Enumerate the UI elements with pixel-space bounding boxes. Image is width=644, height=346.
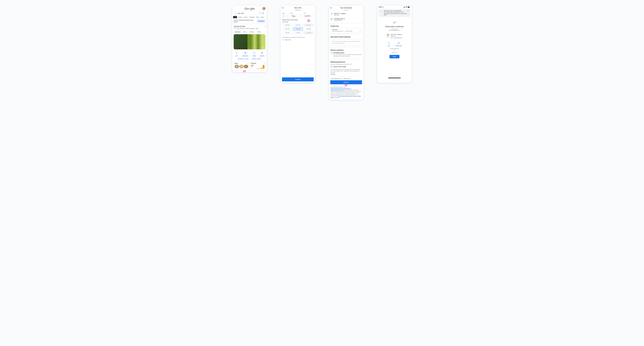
partnership-note: In partnership with <box>377 47 412 49</box>
more-options-icon[interactable] <box>265 26 266 27</box>
contact-card[interactable]: John Doe johndoe12@gmail.com + 1 458-849… <box>330 28 362 33</box>
rwg-tos-link[interactable]: Reserve with Google Terms of Service <box>330 88 349 89</box>
time-slot[interactable]: 5:45 PM <box>293 23 303 27</box>
screen-reservation-details: Your reservation Olio e Più Party of 2 ·… <box>329 5 364 100</box>
tab-videos[interactable]: Videos <box>243 16 248 18</box>
svg-point-5 <box>265 26 265 27</box>
tab-images[interactable]: Images <box>238 16 243 18</box>
table-time-icon <box>394 49 395 51</box>
time-slot[interactable]: 6:45 PM <box>304 27 314 30</box>
signal-icon <box>404 6 405 8</box>
share-icon <box>254 52 255 54</box>
time-slot[interactable]: 5:30 PM <box>282 23 292 27</box>
svg-point-6 <box>265 27 265 27</box>
agree-text: By continuing you agree to the Reserve w… <box>329 86 364 100</box>
svg-rect-20 <box>405 7 405 7</box>
time-slot[interactable]: 6:15 PM <box>282 27 292 30</box>
call-action[interactable]: CALL <box>387 41 391 46</box>
partner-name: Table Time <box>285 39 291 40</box>
kp-tab-photos[interactable]: Photos <box>256 31 262 33</box>
cancellation-policy: Cancellation policy If you can't make it… <box>329 52 364 58</box>
see-more-link[interactable]: See more <box>330 73 336 75</box>
reviews-card[interactable]: Reviews› 4.6 ★(6K) 12345 <box>250 62 266 70</box>
special-request-input[interactable]: Please enter any special requests (note … <box>330 39 362 46</box>
lens-icon[interactable] <box>262 12 264 14</box>
time-select[interactable]: 6:30 PM▼ <box>304 14 314 18</box>
kp-tab-menu[interactable]: Menu <box>242 31 248 33</box>
partner-name: Table Time <box>344 78 350 79</box>
svg-point-8 <box>254 53 254 53</box>
done-button[interactable]: Done <box>390 55 400 58</box>
time-slot-disabled: 6:00 PM <box>304 23 314 27</box>
location-arrow-icon <box>382 6 383 8</box>
menu-card[interactable]: Menu› <box>234 62 249 70</box>
tab-shopping[interactable]: Shopping <box>249 16 255 18</box>
party-select[interactable]: 2▼ <box>282 14 289 18</box>
svg-rect-23 <box>410 7 410 7</box>
back-icon[interactable] <box>282 7 284 9</box>
search-bar[interactable]: olio e piu <box>234 11 266 15</box>
confirm-actions: CALL DIRECTIONS <box>377 39 412 47</box>
svg-point-2 <box>263 13 263 13</box>
status-bar: 5:27 <box>377 5 412 9</box>
screen-confirmation: 5:27 Table Time | Olio e Più Reservation… <box>377 5 412 83</box>
home-indicator[interactable] <box>388 78 401 78</box>
svg-point-0 <box>236 13 236 14</box>
tab-all[interactable]: All <box>233 16 237 18</box>
chevron-right-icon: ▸ <box>360 30 360 31</box>
reserve-button[interactable]: Reserve <box>330 80 362 84</box>
page-title: Your reservation <box>333 7 359 9</box>
gmail-icon <box>380 10 383 13</box>
phone-icon <box>388 42 390 44</box>
continue-button[interactable]: Continue <box>282 77 314 81</box>
marketing-header: Marketing preferences <box>329 60 364 64</box>
svg-point-25 <box>395 50 395 50</box>
svg-rect-18 <box>404 7 404 7</box>
time-slot[interactable]: 7:15 PM <box>293 31 303 34</box>
tab-maps[interactable]: Maps <box>260 16 264 18</box>
svg-rect-22 <box>408 7 409 7</box>
phone-icon <box>236 52 238 54</box>
tt-tos-link[interactable]: Table Time's Terms of Use <box>330 89 344 91</box>
marketing-desc: Sign up for marketing and promotions fro… <box>329 64 364 65</box>
directions-action[interactable]: DIRECTIONS <box>396 41 402 46</box>
knowledge-panel: OLIO E PIÙ 4.6 ★ (6K) · $50–100 · Italia… <box>232 24 267 30</box>
reservation-summary: 21APR Olio e Più · OutdoorParty of 2Thu … <box>377 31 412 40</box>
search-query: olio e piu <box>238 12 258 14</box>
call-action[interactable]: CALL <box>235 51 239 56</box>
partner-name: Table Time <box>377 51 412 53</box>
avatar[interactable] <box>262 7 266 10</box>
time-slot-selected[interactable]: 6:30 PM <box>293 27 303 30</box>
date-select[interactable]: Today▼ <box>290 14 302 18</box>
ai-overview-text: Get an AI-powered overview for this sear… <box>234 19 254 23</box>
reserve-table-button[interactable]: RESERVE A TABLE <box>237 57 250 60</box>
review-count-link[interactable]: (6K) <box>238 28 240 29</box>
generate-button[interactable]: Generate <box>257 20 266 22</box>
time-slot-disabled: 7:30 PM <box>304 31 314 34</box>
directions-action[interactable]: DIRECTIONS <box>242 51 248 56</box>
chevron-down-icon: ▼ <box>311 15 312 16</box>
tab-news[interactable]: News <box>256 16 260 18</box>
svg-point-12 <box>283 39 284 39</box>
share-action[interactable]: SHARE <box>252 51 256 56</box>
website-action[interactable]: WEBSITE <box>260 51 264 56</box>
table-time-icon <box>342 78 343 79</box>
table-time-icon <box>282 39 284 41</box>
confirm-check-icon <box>377 17 412 25</box>
photo-carousel[interactable]: ‹ › <box>234 34 266 49</box>
kp-tab-overview[interactable]: Overview <box>234 31 241 33</box>
back-icon[interactable] <box>330 7 332 9</box>
tt-privacy-link[interactable]: Table Time's Privacy Policy <box>339 95 352 97</box>
order-online-button[interactable]: ORDER ONLINE <box>251 57 262 60</box>
svg-point-7 <box>254 52 255 53</box>
marketing-checkbox[interactable]: Reserve with Google <box>329 65 364 68</box>
time-slot[interactable]: 7:00 PM <box>282 31 292 34</box>
svg-point-15 <box>342 78 342 78</box>
chevron-right-icon: › <box>248 63 248 64</box>
kp-tab-reviews[interactable]: Reviews <box>248 31 255 33</box>
outdoor-label: OUTDOOR <box>280 20 315 23</box>
notification-banner[interactable]: Table Time | Olio e Più Reservationsnow … <box>378 9 410 17</box>
place-name: OLIO E PIÙ <box>234 25 265 27</box>
google-logo: Google <box>232 5 267 11</box>
mic-icon[interactable] <box>259 12 261 14</box>
